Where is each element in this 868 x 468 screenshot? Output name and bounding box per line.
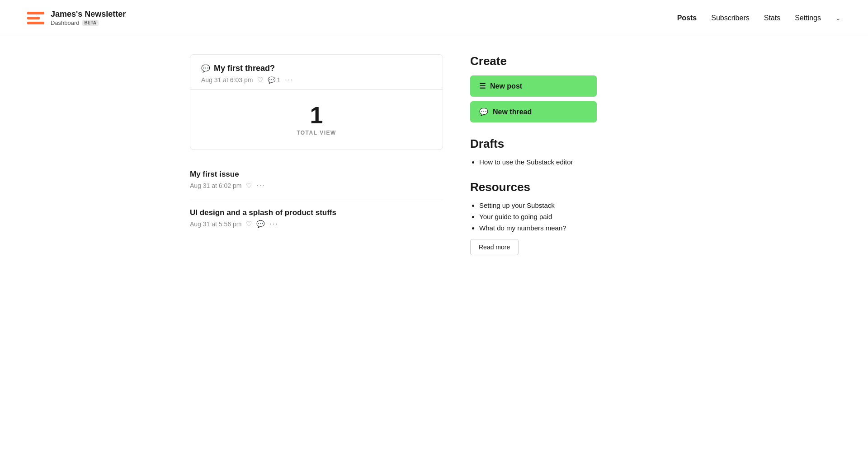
comment-icon: 💬	[268, 76, 275, 84]
post-meta-2: Aug 31 at 5:56 pm ♡ 💬 ···	[190, 220, 443, 228]
new-thread-button[interactable]: 💬 New thread	[470, 101, 597, 122]
thread-title[interactable]: My first thread?	[214, 64, 275, 73]
thread-icon: 💬	[201, 64, 210, 73]
new-post-button[interactable]: ☰ New post	[470, 75, 597, 97]
sidebar: Create ☰ New post 💬 New thread Drafts Ho…	[470, 54, 597, 270]
thread-more-button[interactable]: ···	[285, 76, 293, 84]
resource-item-1[interactable]: Setting up your Substack	[479, 201, 597, 209]
sidebar-create-section: Create ☰ New post 💬 New thread	[470, 54, 597, 122]
thread-stats: 1 TOTAL VIEW	[190, 90, 443, 150]
resource-item-2[interactable]: Your guide to going paid	[479, 213, 597, 220]
stats-total-label: TOTAL VIEW	[201, 130, 432, 136]
header: James's Newsletter Dashboard BETA Posts …	[0, 0, 868, 36]
post-date-2: Aug 31 at 5:56 pm	[190, 220, 241, 228]
header-subtitle: Dashboard BETA	[51, 19, 126, 26]
thread-card-header: 💬 My first thread? Aug 31 at 6:03 pm ♡ 💬…	[190, 55, 443, 89]
nav-stats[interactable]: Stats	[764, 14, 780, 22]
drafts-heading: Drafts	[470, 137, 597, 151]
thread-date: Aug 31 at 6:03 pm	[201, 76, 253, 84]
header-brand: James's Newsletter Dashboard BETA	[27, 9, 126, 27]
post-item-1: My first issue Aug 31 at 6:02 pm ♡ ···	[190, 161, 443, 199]
post-comment-icon-2[interactable]: 💬	[256, 220, 265, 228]
resources-list: Setting up your Substack Your guide to g…	[470, 201, 597, 232]
main-container: 💬 My first thread? Aug 31 at 6:03 pm ♡ 💬…	[163, 36, 705, 288]
post-like-icon-2[interactable]: ♡	[246, 220, 252, 228]
resource-item-3[interactable]: What do my numbers mean?	[479, 224, 597, 232]
post-date-1: Aug 31 at 6:02 pm	[190, 182, 241, 189]
post-meta-1: Aug 31 at 6:02 pm ♡ ···	[190, 182, 443, 190]
read-more-button[interactable]: Read more	[470, 239, 519, 255]
resources-heading: Resources	[470, 180, 597, 194]
nav-chevron-icon[interactable]: ⌄	[835, 14, 841, 22]
logo-icon	[27, 9, 44, 27]
header-title-block: James's Newsletter Dashboard BETA	[51, 9, 126, 26]
thread-comment-count[interactable]: 💬 1	[268, 76, 280, 84]
nav-subscribers[interactable]: Subscribers	[711, 14, 749, 22]
drafts-list: How to use the Substack editor	[470, 158, 597, 166]
post-more-button-1[interactable]: ···	[256, 182, 265, 190]
new-post-icon: ☰	[479, 82, 486, 90]
thread-like-icon[interactable]: ♡	[257, 76, 263, 84]
post-more-button-2[interactable]: ···	[269, 220, 278, 228]
main-nav: Posts Subscribers Stats Settings ⌄	[677, 14, 841, 22]
dashboard-label: Dashboard	[51, 19, 80, 26]
post-title-1[interactable]: My first issue	[190, 170, 443, 179]
new-thread-icon: 💬	[479, 108, 488, 116]
sidebar-drafts-section: Drafts How to use the Substack editor	[470, 137, 597, 166]
post-like-icon-1[interactable]: ♡	[246, 182, 252, 190]
posts-column: 💬 My first thread? Aug 31 at 6:03 pm ♡ 💬…	[190, 54, 443, 270]
nav-settings[interactable]: Settings	[795, 14, 821, 22]
new-thread-label: New thread	[493, 108, 532, 116]
thread-card: 💬 My first thread? Aug 31 at 6:03 pm ♡ 💬…	[190, 54, 443, 150]
newsletter-name: James's Newsletter	[51, 9, 126, 19]
draft-item-1[interactable]: How to use the Substack editor	[479, 158, 597, 166]
post-item-2: UI design and a splash of product stuffs…	[190, 199, 443, 237]
nav-posts[interactable]: Posts	[677, 14, 697, 22]
post-title-2[interactable]: UI design and a splash of product stuffs	[190, 208, 443, 217]
sidebar-resources-section: Resources Setting up your Substack Your …	[470, 180, 597, 255]
create-heading: Create	[470, 54, 597, 68]
new-post-label: New post	[490, 82, 522, 90]
thread-title-row: 💬 My first thread?	[201, 64, 432, 73]
thread-meta: Aug 31 at 6:03 pm ♡ 💬 1 ···	[201, 76, 432, 84]
beta-badge: BETA	[82, 20, 99, 26]
comment-number: 1	[277, 76, 280, 84]
stats-total-number: 1	[201, 103, 432, 127]
